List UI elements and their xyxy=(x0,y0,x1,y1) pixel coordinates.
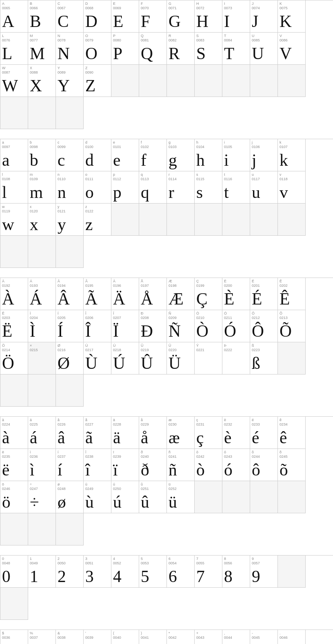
cell-code-label: ù 0249 xyxy=(85,482,109,491)
cell-code-label: Í 0205 xyxy=(58,311,82,320)
cell-character xyxy=(58,238,82,266)
cell-code-label: Å 0197 xyxy=(141,279,165,288)
cell-code-label: l 0108 xyxy=(2,173,26,181)
cell-code-label: ñ 0241 xyxy=(169,450,193,459)
cell-code-label: o 0111 xyxy=(85,173,109,181)
section-lowercase: a 0097ab 0098bc 0099cd 0100de 0101ef 010… xyxy=(0,139,333,268)
character-cell: l 0108l xyxy=(0,171,28,204)
cell-character xyxy=(224,67,248,95)
cell-character: T xyxy=(224,43,248,63)
character-cell: Ö 0214Ö xyxy=(0,342,28,374)
cell-code-label: D 0068 xyxy=(85,2,109,10)
character-cell: - 0045- xyxy=(250,630,278,644)
cell-code-label: J 0074 xyxy=(252,2,276,10)
cell-character xyxy=(2,99,26,127)
cell-character: E xyxy=(113,11,137,31)
cell-character: Ñ xyxy=(169,321,193,340)
cell-character: e xyxy=(113,150,137,169)
cell-character: $ xyxy=(2,641,26,644)
cell-code-label: F 0070 xyxy=(141,2,165,10)
cell-character xyxy=(113,67,137,95)
cell-character: j xyxy=(252,150,276,169)
cell-character: ö xyxy=(2,492,26,511)
cell-character: ø xyxy=(58,492,82,511)
character-cell: j 0106j xyxy=(250,139,278,171)
character-cell xyxy=(250,65,278,97)
cell-character: 9 xyxy=(252,566,276,586)
cell-code-label: 5 0053 xyxy=(141,557,165,566)
cell-code-label: q 0113 xyxy=(141,173,165,181)
cell-character: ñ xyxy=(169,460,193,479)
cell-code-label: 8 0056 xyxy=(224,557,248,566)
character-cell xyxy=(250,204,278,236)
cell-character xyxy=(252,483,276,511)
character-cell: J 0074J xyxy=(250,0,278,33)
character-cell xyxy=(167,65,195,97)
cell-code-label: ø 0248 xyxy=(58,482,82,491)
cell-code-label: t 0116 xyxy=(224,173,248,181)
cell-character: % xyxy=(30,641,54,644)
cell-code-label: Á 0193 xyxy=(30,279,54,288)
cell-code-label: z 0122 xyxy=(85,205,109,214)
character-cell: g 0103g xyxy=(167,139,195,171)
cell-code-label: ö 0246 xyxy=(2,482,26,491)
cell-code-label: Ç 0199 xyxy=(196,279,220,288)
cell-character xyxy=(30,238,54,266)
cell-code-label: É 0201 xyxy=(252,279,276,288)
cell-character: Z xyxy=(85,76,109,95)
cell-character xyxy=(280,344,304,372)
character-cell: ö 0246ö xyxy=(0,481,28,513)
character-cell: Ý 0221 xyxy=(195,342,222,374)
cell-code-label: Æ 0198 xyxy=(169,279,193,288)
cell-code-label: 1 0049 xyxy=(30,557,54,566)
cell-character: à xyxy=(2,428,26,447)
cell-character: W xyxy=(2,76,26,95)
cell-character: Ä xyxy=(113,289,137,308)
cell-code-label: Î 0206 xyxy=(85,311,109,320)
cell-code-label: $ 0036 xyxy=(2,631,26,640)
character-cell xyxy=(278,556,306,588)
cell-code-label: b 0098 xyxy=(30,140,54,149)
character-cell: Ø 0216Ø xyxy=(56,342,84,374)
cell-code-label: + 0043 xyxy=(196,631,220,640)
cell-code-label: Þ 0222 xyxy=(224,344,248,352)
cell-character: . xyxy=(280,641,304,644)
character-cell: Â 0194Â xyxy=(56,278,84,310)
character-cell xyxy=(250,481,278,513)
cell-character: J xyxy=(252,11,276,31)
cell-character: û xyxy=(141,492,165,511)
character-cell xyxy=(222,481,250,513)
character-cell: o 0111o xyxy=(84,171,111,204)
cell-code-label: s 0115 xyxy=(196,173,220,181)
cell-code-label: é 0233 xyxy=(252,418,276,427)
character-cell: W 0087W xyxy=(0,65,28,97)
cell-code-label: Ó 0211 xyxy=(224,311,248,320)
cell-character: O xyxy=(85,43,109,63)
cell-character: è xyxy=(224,428,248,447)
cell-character: å xyxy=(141,428,165,447)
cell-code-label: 4 0052 xyxy=(113,557,137,566)
cell-code-label: Û 0219 xyxy=(141,344,165,352)
character-cell: w 0119w xyxy=(0,204,28,236)
character-cell: Y 0089Y xyxy=(56,65,84,97)
character-cell: N 0078N xyxy=(56,33,84,65)
character-cell: 3 00513 xyxy=(84,556,111,588)
cell-code-label: 3 0051 xyxy=(85,557,109,566)
cell-code-label: ô 0244 xyxy=(252,450,276,459)
character-cell: n 0110n xyxy=(56,171,84,204)
cell-character: ù xyxy=(85,492,109,511)
cell-code-label: à 0224 xyxy=(2,418,26,427)
cell-code-label: B 0066 xyxy=(30,2,54,10)
cell-code-label: U 0085 xyxy=(252,34,276,43)
character-cell: Ñ 0209Ñ xyxy=(167,310,195,342)
cell-code-label: 6 0054 xyxy=(169,557,193,566)
cell-code-label: , 0044 xyxy=(224,631,248,640)
character-cell: f 0102f xyxy=(139,139,167,171)
cell-code-label: P 0080 xyxy=(113,34,137,43)
cell-character: L xyxy=(2,43,26,63)
character-cell: Ë 0203Ë xyxy=(0,310,28,342)
character-cell: Z 0090Z xyxy=(84,65,111,97)
cell-character: Ø xyxy=(58,353,82,372)
cell-code-label: y 0121 xyxy=(58,205,82,214)
cell-code-label: 0 0048 xyxy=(2,557,26,566)
